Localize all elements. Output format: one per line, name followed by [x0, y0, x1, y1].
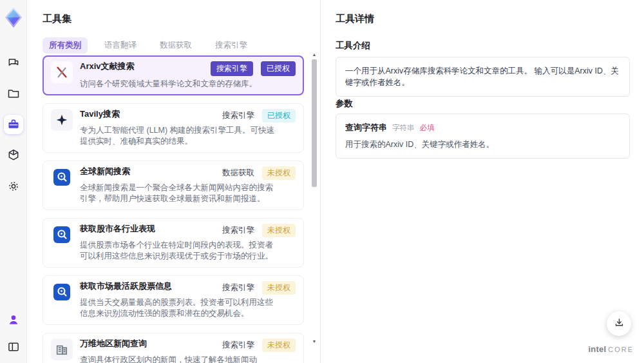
blue-search-icon	[51, 281, 73, 303]
intro-box: 一个用于从Arxiv存储库搜索科学论文和文章的工具。 输入可以是Arxiv ID…	[336, 57, 630, 97]
tool-list-panel: 工具集 所有类别 语言翻译 数据获取 搜索引擎 Arxiv文献搜索 搜索引擎 已…	[27, 0, 321, 363]
tab-language-translation[interactable]: 语言翻译	[98, 37, 143, 54]
panel-toggle-icon	[7, 340, 20, 353]
intel-core-logo: intel core	[588, 344, 634, 354]
tool-card-region-news[interactable]: 万维地区新闻查询 搜索引擎 未授权 查询具体行政区划内的新闻，快速了解各地新闻动	[43, 333, 304, 363]
param-type: 字符串	[392, 123, 415, 133]
briefcase-icon	[7, 118, 20, 131]
tool-card-active-stocks[interactable]: 获取市场最活跃股票信息 搜索引擎 未授权 提供当天交易量最高的股票列表。投资者可…	[43, 275, 304, 325]
list-scrollbar: ▲ ▼	[311, 52, 317, 345]
page-title: 工具集	[43, 13, 71, 25]
status-badge: 未授权	[262, 166, 296, 180]
tool-description: 全球新闻搜索是一个聚合全球各大新闻网站内容的搜索引擎，帮助用户快速获取全球最新资…	[80, 182, 279, 204]
tool-description: 访问各个研究领域大量科学论文和文章的存储库。	[80, 79, 279, 90]
arxiv-icon	[51, 61, 73, 83]
sidebar-item-settings[interactable]	[4, 177, 23, 196]
app-sidebar	[0, 0, 27, 363]
tool-title: 全球新闻搜索	[80, 166, 130, 177]
detail-title: 工具详情	[336, 13, 374, 25]
region-news-icon	[51, 338, 73, 360]
tool-detail-panel: 工具详情 工具介绍 一个用于从Arxiv存储库搜索科学论文和文章的工具。 输入可…	[321, 0, 644, 363]
tool-card-arxiv[interactable]: Arxiv文献搜索 搜索引擎 已授权 访问各个研究领域大量科学论文和文章的存储库…	[43, 55, 304, 95]
chat-icon	[7, 56, 20, 69]
tool-card-tavily[interactable]: Tavily搜索 搜索引擎 已授权 专为人工智能代理 (LLM) 构建的搜索引擎…	[43, 103, 304, 153]
app-logo	[4, 6, 23, 28]
user-avatar-button[interactable]	[4, 310, 23, 329]
param-description: 用于搜索的Arxiv ID、关键字或作者姓名。	[345, 139, 620, 150]
category-badge: 搜索引擎	[222, 110, 254, 121]
user-icon	[7, 313, 20, 326]
category-badge: 搜索引擎	[222, 225, 254, 236]
scrollbar-thumb[interactable]	[312, 59, 317, 187]
sidebar-item-tools[interactable]	[4, 115, 23, 134]
status-badge: 未授权	[262, 338, 296, 352]
category-badge: 搜索引擎	[211, 61, 253, 76]
tool-description: 提供股票市场各个行业在特定时间段内的表现。投资者可以利用这些信息来识别表现优于或…	[80, 240, 279, 262]
intro-heading: 工具介绍	[336, 40, 370, 52]
status-badge: 已授权	[262, 109, 296, 123]
tool-title: Tavily搜索	[80, 109, 120, 119]
tab-all-categories[interactable]: 所有类别	[43, 37, 88, 54]
tool-card-stock-sectors[interactable]: 获取股市各行业表现 搜索引擎 未授权 提供股票市场各个行业在特定时间段内的表现。…	[43, 218, 304, 268]
folder-icon	[7, 87, 20, 100]
scrollbar-down-arrow[interactable]: ▼	[311, 338, 317, 345]
scrollbar-up-arrow[interactable]: ▲	[311, 52, 317, 58]
category-tabs: 所有类别 语言翻译 数据获取 搜索引擎	[43, 37, 254, 54]
tool-title: Arxiv文献搜索	[80, 61, 135, 72]
status-badge: 未授权	[262, 224, 296, 237]
category-badge: 数据获取	[222, 168, 254, 179]
gear-icon	[7, 180, 20, 193]
blue-search-icon	[51, 224, 73, 246]
tool-description: 提供当天交易量最高的股票列表。投资者可以利用这些信息来识别流动性强的股票和潜在的…	[80, 297, 279, 319]
tool-description: 专为人工智能代理 (LLM) 构建的搜索引擎工具。可快速提供实时、准确和真实的结…	[80, 125, 279, 147]
tab-search-engine[interactable]: 搜索引擎	[209, 37, 254, 54]
download-icon	[614, 317, 625, 331]
tool-description: 查询具体行政区划内的新闻，快速了解各地新闻动	[80, 355, 279, 363]
download-button[interactable]	[607, 311, 631, 336]
sidebar-item-files[interactable]	[4, 84, 23, 103]
param-card: 查询字符串 字符串 必填 用于搜索的Arxiv ID、关键字或作者姓名。	[336, 113, 630, 159]
tool-card-global-news[interactable]: 全球新闻搜索 数据获取 未授权 全球新闻搜索是一个聚合全球各大新闻网站内容的搜索…	[43, 161, 304, 210]
tavily-star-icon	[51, 109, 73, 131]
status-badge: 未授权	[262, 281, 296, 295]
panel-toggle-button[interactable]	[4, 337, 23, 357]
tab-data-fetch[interactable]: 数据获取	[153, 37, 198, 54]
status-badge: 已授权	[261, 61, 296, 76]
param-required-badge: 必填	[420, 123, 435, 133]
tool-title: 获取股市各行业表现	[80, 224, 155, 234]
tool-card-list: Arxiv文献搜索 搜索引擎 已授权 访问各个研究领域大量科学论文和文章的存储库…	[43, 55, 304, 363]
sidebar-item-chat[interactable]	[4, 53, 23, 72]
cube-icon	[7, 149, 20, 162]
param-name: 查询字符串	[345, 122, 387, 133]
sidebar-item-packages[interactable]	[4, 146, 23, 165]
blue-search-icon	[51, 166, 73, 188]
tool-title: 获取市场最活跃股票信息	[80, 281, 172, 291]
category-badge: 搜索引擎	[222, 282, 254, 293]
category-badge: 搜索引擎	[222, 340, 254, 351]
params-heading: 参数	[336, 98, 353, 110]
tool-title: 万维地区新闻查询	[80, 338, 147, 349]
